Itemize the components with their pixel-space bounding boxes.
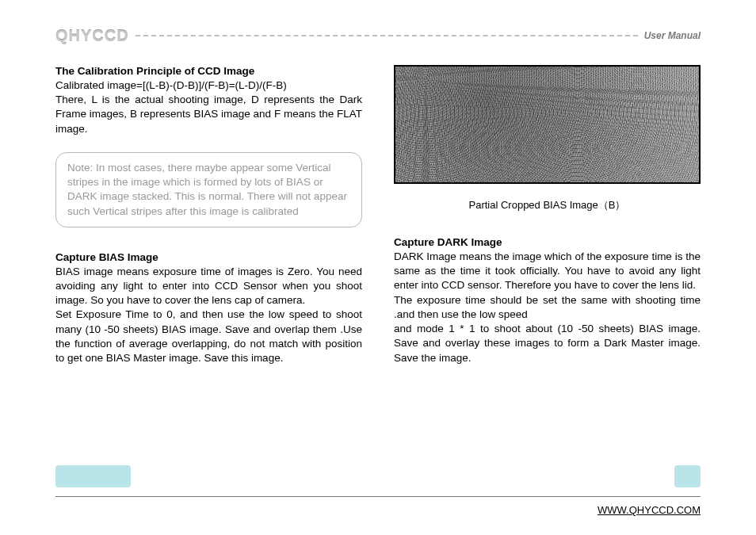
page: QHYCCD User Manual The Calibration Princ… <box>0 0 756 535</box>
dark-paragraph-1: DARK Image means the image which of the … <box>394 250 701 293</box>
content-columns: The Calibration Principle of CCD Image C… <box>55 65 701 365</box>
right-column: Partial Cropped BIAS Image（B） Capture DA… <box>394 65 701 365</box>
bias-sample-image <box>394 65 701 184</box>
dark-paragraph-2: The exposure time should be set the same… <box>394 293 701 322</box>
bias-image-caption: Partial Cropped BIAS Image（B） <box>394 198 701 212</box>
logo: QHYCCD <box>55 27 129 45</box>
bias-paragraph-2: Set Exposure Time to 0, and then use the… <box>55 308 362 365</box>
page-pill-right <box>674 465 701 487</box>
left-column: The Calibration Principle of CCD Image C… <box>55 65 362 365</box>
page-pill-left <box>55 465 131 487</box>
dark-heading: Capture DARK Image <box>394 236 701 248</box>
bias-heading: Capture BIAS Image <box>55 251 362 263</box>
footer-url[interactable]: WWW.QHYCCD.COM <box>598 504 701 516</box>
bias-section: Capture BIAS Image BIAS image means expo… <box>55 251 362 366</box>
dark-section: Capture DARK Image DARK Image means the … <box>394 236 701 365</box>
footer-pills <box>55 465 701 487</box>
dark-paragraph-3: and mode 1 * 1 to shoot about (10 -50 sh… <box>394 322 701 365</box>
header-dashes <box>136 35 638 36</box>
footer-divider <box>55 496 701 497</box>
bias-noise-overlay <box>395 67 699 182</box>
bias-paragraph-1: BIAS image means exposure time of images… <box>55 265 362 308</box>
note-box: Note: In most cases, there maybe appear … <box>55 152 362 227</box>
manual-label: User Manual <box>644 30 701 41</box>
header-bar: QHYCCD User Manual <box>55 24 701 48</box>
calibration-body: There, L is the actual shooting image, D… <box>55 93 362 136</box>
calibration-formula: Calibrated image=[(L-B)-(D-B)]/(F-B)=(L-… <box>55 78 362 93</box>
calibration-heading: The Calibration Principle of CCD Image <box>55 65 362 77</box>
